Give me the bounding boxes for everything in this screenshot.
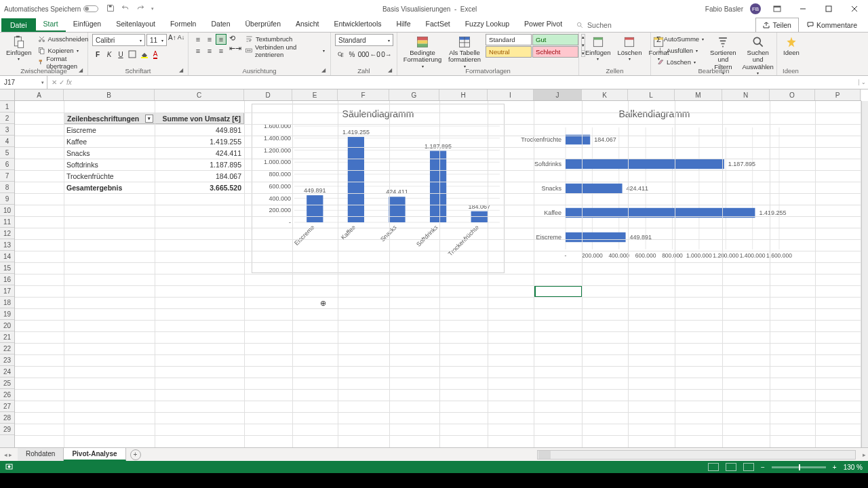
shrink-font-icon[interactable]: A↓	[178, 34, 185, 46]
tab-einfügen[interactable]: Einfügen	[66, 17, 108, 32]
pivot-data-row[interactable]: Trockenfrüchte184.067	[64, 170, 244, 182]
hscroll-right-icon[interactable]: ▸	[863, 451, 866, 458]
sheet-nav-next-icon[interactable]: ▸	[9, 451, 12, 458]
percent-format-icon[interactable]: %	[347, 49, 357, 60]
row-header-10[interactable]: 10	[0, 205, 14, 216]
share-button[interactable]: Teilen	[755, 18, 798, 32]
cut-button[interactable]: Ausschneiden	[37, 34, 90, 44]
col-header-L[interactable]: L	[628, 89, 675, 100]
cell-styles-gallery[interactable]: Standard Gut Neutral Schlecht	[486, 34, 578, 58]
tab-daten[interactable]: Daten	[203, 17, 237, 32]
col-header-E[interactable]: E	[292, 89, 338, 100]
row-header-21[interactable]: 21	[0, 331, 14, 343]
row-header-4[interactable]: 4	[0, 136, 14, 147]
font-name-select[interactable]: Calibri▾	[92, 34, 145, 46]
tab-start[interactable]: Start	[36, 17, 66, 32]
select-all-triangle[interactable]	[0, 89, 15, 101]
comma-format-icon[interactable]: 000	[358, 49, 369, 60]
tab-formeln[interactable]: Formeln	[163, 17, 204, 32]
alignment-dialog-launcher[interactable]: ◢	[321, 67, 328, 74]
fill-color-button[interactable]	[138, 49, 149, 60]
col-header-O[interactable]: O	[770, 89, 815, 100]
formula-input[interactable]	[76, 76, 859, 89]
font-color-button[interactable]: A	[150, 49, 161, 60]
filter-dropdown-icon[interactable]: ▾	[145, 115, 153, 123]
name-box[interactable]: J17	[0, 76, 47, 89]
zoom-level[interactable]: 130 %	[844, 464, 863, 471]
row-header-11[interactable]: 11	[0, 216, 14, 228]
row-header-12[interactable]: 12	[0, 228, 14, 239]
tab-power pivot[interactable]: Power Pivot	[517, 17, 570, 32]
col-header-D[interactable]: D	[244, 89, 292, 100]
add-sheet-button[interactable]: +	[130, 449, 141, 460]
col-header-A[interactable]: A	[15, 89, 64, 100]
autosum-button[interactable]: ΣAutoSumme ▾	[655, 34, 705, 44]
tab-fuzzy lookup[interactable]: Fuzzy Lookup	[458, 17, 517, 32]
increase-decimal-icon[interactable]: ←0	[370, 49, 380, 60]
pivot-data-row[interactable]: Kaffee1.419.255	[64, 136, 244, 147]
font-dialog-launcher[interactable]: ◢	[179, 67, 186, 74]
row-header-2[interactable]: 2	[0, 113, 14, 124]
row-header-28[interactable]: 28	[0, 412, 14, 424]
number-dialog-launcher[interactable]: ◢	[388, 67, 395, 74]
normal-view-icon[interactable]	[708, 463, 719, 471]
col-header-B[interactable]: B	[64, 89, 155, 100]
column-chart[interactable]: Säulendiagramm -200.000400.000600.000800…	[252, 104, 505, 273]
row-header-3[interactable]: 3	[0, 124, 14, 136]
row-header-15[interactable]: 15	[0, 262, 14, 274]
active-cell[interactable]	[534, 285, 583, 298]
page-break-view-icon[interactable]	[743, 463, 754, 471]
clear-button[interactable]: Löschen ▾	[655, 57, 705, 67]
macro-record-icon[interactable]	[5, 463, 13, 472]
merge-center-button[interactable]: Verbinden und zentrieren ▾	[244, 45, 326, 56]
row-header-17[interactable]: 17	[0, 285, 14, 297]
row-header-20[interactable]: 20	[0, 320, 14, 331]
row-header-23[interactable]: 23	[0, 354, 14, 366]
tab-factset[interactable]: FactSet	[418, 17, 458, 32]
col-header-P[interactable]: P	[815, 89, 861, 100]
decrease-decimal-icon[interactable]: 0→	[381, 49, 392, 60]
pivot-row-header[interactable]: Zeilenbeschriftungen▾	[64, 113, 155, 123]
row-header-5[interactable]: 5	[0, 147, 14, 159]
accept-formula-icon[interactable]: ✓	[59, 79, 64, 86]
row-header-14[interactable]: 14	[0, 251, 14, 262]
col-header-K[interactable]: K	[582, 89, 628, 100]
row-header-6[interactable]: 6	[0, 159, 14, 170]
grow-font-icon[interactable]: A↑	[168, 34, 176, 46]
border-button[interactable]	[127, 49, 138, 60]
indent-increase-icon[interactable]: ⇥	[235, 44, 241, 53]
save-icon[interactable]	[106, 4, 115, 14]
pivot-data-row[interactable]: Snacks424.411	[64, 147, 244, 159]
col-header-M[interactable]: M	[675, 89, 722, 100]
col-header-N[interactable]: N	[722, 89, 770, 100]
row-header-29[interactable]: 29	[0, 424, 14, 435]
row-header-8[interactable]: 8	[0, 182, 14, 193]
page-layout-view-icon[interactable]	[726, 463, 736, 471]
pivot-data-row[interactable]: Eiscreme449.891	[64, 124, 244, 136]
sheet-nav-prev-icon[interactable]: ◂	[4, 451, 7, 458]
format-painter-button[interactable]: Format übertragen	[37, 57, 90, 67]
tab-ansicht[interactable]: Ansicht	[288, 17, 326, 32]
ideas-button[interactable]: Ideen	[781, 34, 802, 58]
alignment-buttons[interactable]: ≡≡≡ ≡≡≡	[193, 34, 226, 56]
user-avatar[interactable]: FB	[750, 3, 761, 14]
row-headers[interactable]: 1234567891011121314151617181920212223242…	[0, 101, 15, 447]
cancel-formula-icon[interactable]: ✕	[52, 79, 57, 86]
col-header-I[interactable]: I	[488, 89, 534, 100]
row-header-9[interactable]: 9	[0, 193, 14, 205]
expand-formula-bar-icon[interactable]: ⌄	[859, 79, 868, 85]
pivot-data-row[interactable]: Softdrinks1.187.895	[64, 159, 244, 170]
sheet-tab-pivot-analyse[interactable]: Pivot-Analyse	[64, 448, 125, 461]
underline-button[interactable]: U	[115, 49, 126, 60]
row-header-13[interactable]: 13	[0, 239, 14, 251]
fill-button[interactable]: Ausfüllen ▾	[655, 45, 705, 56]
accounting-format-icon[interactable]: ₠	[335, 49, 346, 60]
indent-decrease-icon[interactable]: ⇤	[229, 44, 235, 53]
tell-me-search[interactable]: Suchen	[570, 18, 618, 32]
redo-icon[interactable]	[136, 4, 144, 14]
column-headers[interactable]: ABCDEFGHIJKLMNOP	[15, 89, 861, 101]
col-header-G[interactable]: G	[389, 89, 439, 100]
tab-file[interactable]: Datei	[1, 18, 36, 32]
tab-überprüfen[interactable]: Überprüfen	[238, 17, 289, 32]
zoom-out-icon[interactable]: −	[761, 464, 765, 471]
